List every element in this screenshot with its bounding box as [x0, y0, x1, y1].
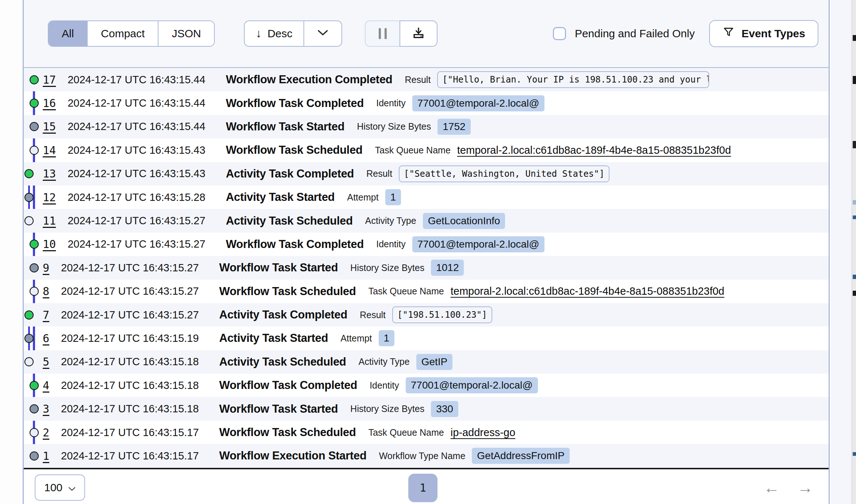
event-id-link[interactable]: 5	[43, 355, 49, 368]
clipped-side-panel-edge	[852, 0, 856, 504]
event-detail-value-badge: GetLocationInfo	[423, 213, 505, 229]
event-timestamp: 2024-12-17 UTC 16:43:15.27	[61, 262, 199, 274]
event-id-link[interactable]: 10	[43, 238, 56, 251]
event-types-filter-button[interactable]: Event Types	[709, 20, 818, 47]
current-page-button[interactable]: 1	[408, 474, 437, 502]
event-id-link[interactable]: 1	[43, 450, 49, 462]
event-id-link[interactable]: 13	[43, 167, 56, 180]
event-status-dot-hollow	[30, 287, 39, 296]
event-row[interactable]: 92024-12-17 UTC 16:43:15.27Workflow Task…	[24, 256, 829, 279]
event-id-link[interactable]: 2	[43, 426, 49, 439]
event-timestamp: 2024-12-17 UTC 16:43:15.17	[61, 427, 199, 439]
event-detail-label: Activity Type	[359, 356, 410, 367]
toolbar-right-cluster: Pending and Failed Only Event Types	[553, 20, 818, 47]
event-status-dot-gray	[30, 451, 39, 461]
download-history-button[interactable]	[400, 20, 437, 47]
event-row[interactable]: 152024-12-17 UTC 16:43:15.44Workflow Tas…	[24, 115, 829, 138]
right-gap-background	[831, 0, 852, 504]
event-id-link[interactable]: 14	[43, 144, 56, 157]
event-status-dot-gray	[30, 122, 39, 131]
page-size-select[interactable]: 100	[35, 474, 85, 501]
event-row[interactable]: 12024-12-17 UTC 16:43:15.17Workflow Exec…	[24, 444, 829, 467]
view-tab-json[interactable]: JSON	[158, 21, 214, 46]
event-timestamp: 2024-12-17 UTC 16:43:15.43	[68, 168, 205, 180]
event-row[interactable]: 132024-12-17 UTC 16:43:15.43Activity Tas…	[24, 162, 829, 186]
event-status-dot-green	[30, 381, 39, 390]
event-row[interactable]: 42024-12-17 UTC 16:43:15.18Workflow Task…	[24, 374, 829, 397]
event-row[interactable]: 62024-12-17 UTC 16:43:15.19Activity Task…	[24, 327, 829, 350]
event-detail-label: History Size Bytes	[350, 404, 424, 414]
event-id-link[interactable]: 16	[43, 97, 56, 110]
view-tab-all[interactable]: All	[49, 21, 87, 46]
event-id-link[interactable]: 6	[43, 332, 49, 345]
event-detail-value-code: ["Seattle, Washington, United States"]	[399, 165, 609, 182]
event-id-link[interactable]: 12	[43, 191, 56, 204]
event-row[interactable]: 82024-12-17 UTC 16:43:15.27Workflow Task…	[24, 280, 829, 303]
event-status-dot-hollow	[30, 428, 39, 437]
event-name: Workflow Task Completed	[226, 97, 364, 110]
event-name: Activity Task Scheduled	[219, 355, 346, 369]
event-id-link[interactable]: 11	[43, 214, 56, 227]
view-tab-compact[interactable]: Compact	[87, 21, 158, 46]
event-status-dot-gray	[24, 334, 34, 343]
previous-page-arrow-icon[interactable]: ←	[764, 480, 780, 496]
event-name: Activity Task Started	[226, 191, 335, 204]
event-status-dot-gray	[30, 404, 39, 413]
sort-options-dropdown-button[interactable]	[303, 21, 341, 46]
event-id-link[interactable]: 9	[43, 261, 49, 274]
sort-desc-button[interactable]: ↓ Desc	[245, 21, 303, 46]
event-row[interactable]: 102024-12-17 UTC 16:43:15.27Workflow Tas…	[24, 233, 829, 256]
event-status-dot-hollow	[24, 216, 34, 225]
event-id-link[interactable]: 8	[43, 285, 49, 298]
event-id-link[interactable]: 15	[43, 120, 56, 133]
event-id-link[interactable]: 3	[43, 402, 49, 415]
event-row[interactable]: 72024-12-17 UTC 16:43:15.27Activity Task…	[24, 303, 829, 327]
event-detail-label: Task Queue Name	[375, 145, 451, 156]
event-name: Workflow Task Completed	[226, 238, 364, 251]
event-detail-value-code: ["Hello, Brian. Your IP is 198.51.100.23…	[437, 71, 709, 88]
event-row[interactable]: 52024-12-17 UTC 16:43:15.18Activity Task…	[24, 350, 829, 374]
select-chevron-down-icon	[68, 481, 76, 494]
event-status-dot-green	[30, 99, 39, 108]
event-types-label: Event Types	[741, 27, 805, 40]
event-history-panel: AllCompactJSON ↓ Desc	[23, 0, 830, 504]
download-icon	[412, 26, 425, 41]
event-id-link[interactable]: 7	[43, 309, 49, 321]
event-id-link[interactable]: 17	[43, 73, 56, 86]
event-row[interactable]: 22024-12-17 UTC 16:43:15.17Workflow Task…	[24, 421, 829, 444]
event-row[interactable]: 112024-12-17 UTC 16:43:15.27Activity Tas…	[24, 209, 829, 232]
view-mode-segmented-control: AllCompactJSON	[48, 20, 215, 47]
event-detail-label: Task Queue Name	[368, 286, 444, 297]
event-detail-label: Identity	[376, 239, 406, 249]
event-detail-value-link[interactable]: ip-address-go	[451, 427, 515, 439]
event-detail-value-link[interactable]: temporal-2.local:c61db8ac-189f-4b4e-8a15…	[451, 285, 725, 297]
event-row[interactable]: 172024-12-17 UTC 16:43:15.44Workflow Exe…	[24, 68, 829, 91]
pause-button[interactable]	[365, 20, 401, 47]
pending-failed-checkbox[interactable]	[553, 27, 566, 40]
event-detail-value-badge: GetAddressFromIP	[472, 448, 570, 464]
event-timestamp: 2024-12-17 UTC 16:43:15.18	[61, 356, 199, 368]
event-name: Activity Task Completed	[226, 167, 354, 180]
event-timestamp: 2024-12-17 UTC 16:43:15.44	[68, 121, 205, 133]
sort-label: Desc	[267, 27, 292, 40]
event-detail-value-badge: GetIP	[416, 354, 453, 370]
event-detail-label: Identity	[376, 98, 406, 108]
event-timestamp: 2024-12-17 UTC 16:43:15.27	[61, 309, 199, 321]
next-page-arrow-icon[interactable]: →	[797, 480, 813, 496]
event-row[interactable]: 162024-12-17 UTC 16:43:15.44Workflow Tas…	[24, 91, 829, 115]
event-detail-value-link[interactable]: temporal-2.local:c61db8ac-189f-4b4e-8a15…	[457, 144, 731, 156]
event-timestamp: 2024-12-17 UTC 16:43:15.18	[61, 403, 199, 415]
event-detail-value-badge: 1	[385, 189, 401, 205]
event-detail-label: Result	[405, 75, 431, 85]
event-timestamp: 2024-12-17 UTC 16:43:15.28	[68, 191, 205, 203]
pause-icon	[379, 28, 381, 39]
event-id-link[interactable]: 4	[43, 379, 49, 392]
event-status-dot-hollow	[30, 146, 39, 155]
event-detail-label: Result	[360, 310, 386, 320]
event-row[interactable]: 32024-12-17 UTC 16:43:15.18Workflow Task…	[24, 397, 829, 420]
event-detail-value-badge: 1012	[431, 260, 464, 276]
event-row[interactable]: 142024-12-17 UTC 16:43:15.43Workflow Tas…	[24, 138, 829, 162]
event-timestamp: 2024-12-17 UTC 16:43:15.43	[68, 144, 205, 156]
event-row[interactable]: 122024-12-17 UTC 16:43:15.28Activity Tas…	[24, 186, 829, 209]
event-timestamp: 2024-12-17 UTC 16:43:15.17	[61, 450, 199, 462]
